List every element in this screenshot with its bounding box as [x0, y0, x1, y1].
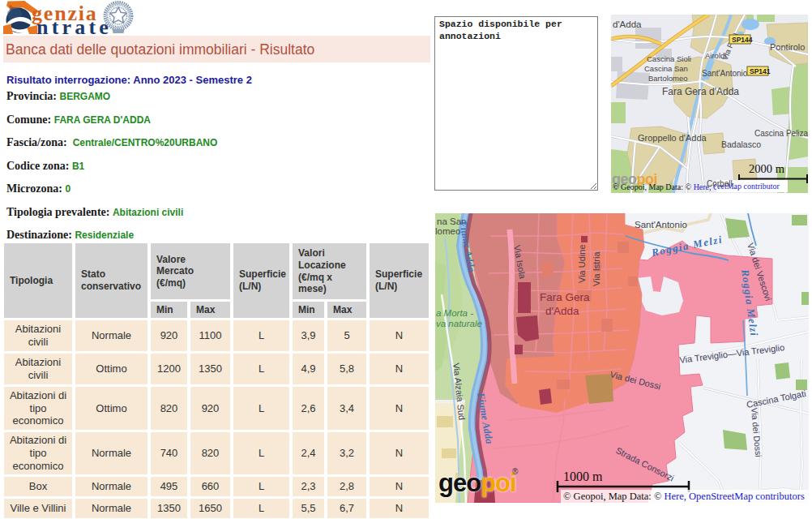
- svg-text:Corbell: Corbell: [707, 179, 733, 188]
- svg-text:a Morta -: a Morta -: [436, 308, 473, 318]
- svg-text:SP144: SP144: [732, 36, 753, 44]
- svg-text:1000 m: 1000 m: [563, 470, 603, 483]
- svg-text:Groppello d'Adda: Groppello d'Adda: [638, 133, 707, 143]
- svg-text:Fara Gera: Fara Gera: [540, 291, 590, 303]
- svg-text:Bartolomeo: Bartolomeo: [648, 74, 688, 83]
- svg-text:lomeo: lomeo: [435, 226, 460, 236]
- svg-text:geopoi: geopoi: [438, 469, 516, 497]
- svg-text:2000 m: 2000 m: [749, 162, 785, 175]
- svg-text:va naturale: va naturale: [436, 319, 482, 328]
- svg-text:Fara Gera d'Adda: Fara Gera d'Adda: [662, 86, 739, 97]
- svg-text:Cascina San: Cascina San: [644, 64, 688, 73]
- svg-text:SP141: SP141: [750, 67, 771, 75]
- svg-text:Via Istria: Via Istria: [592, 251, 601, 286]
- svg-text:d'Adda: d'Adda: [545, 305, 579, 317]
- svg-text:Sant'Antonio: Sant'Antonio: [702, 69, 748, 78]
- svg-text:Via Udine: Via Udine: [577, 245, 587, 284]
- svg-text:Cascina Peliza: Cascina Peliza: [754, 129, 808, 138]
- svg-text:Sant'Antonio: Sant'Antonio: [635, 220, 687, 229]
- svg-text:d'Adda: d'Adda: [613, 19, 642, 29]
- svg-text:Cascina Sioli: Cascina Sioli: [647, 54, 691, 63]
- svg-text:© Geopoi, Map Data: © Here, Op: © Geopoi, Map Data: © Here, OpenStreetMa…: [563, 491, 805, 502]
- svg-text:®: ®: [512, 467, 519, 476]
- svg-text:ntrate: ntrate: [36, 15, 112, 36]
- svg-text:Pontirolo: Pontirolo: [770, 42, 805, 52]
- svg-text:Badalasco: Badalasco: [721, 139, 761, 149]
